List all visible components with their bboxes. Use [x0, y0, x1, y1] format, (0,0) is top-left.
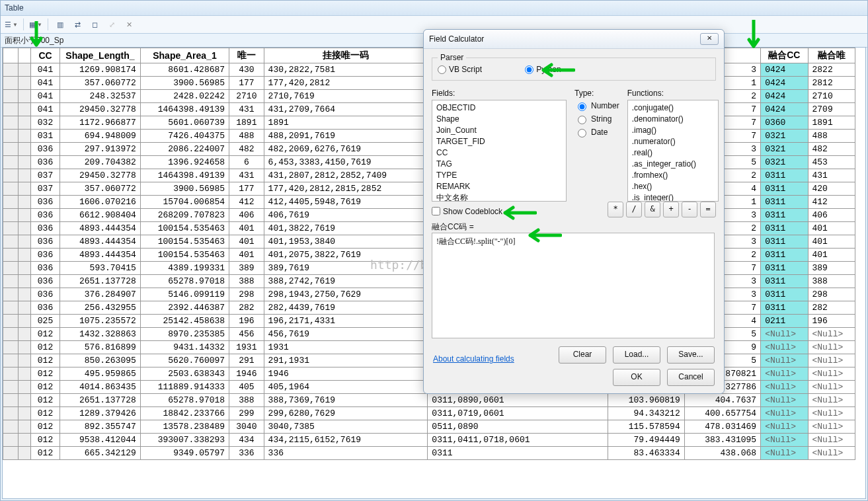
header-blank[interactable] — [19, 48, 31, 63]
row-selector[interactable] — [3, 367, 19, 381]
cell-sarea[interactable]: 1464398.49139 — [140, 103, 229, 116]
operator-*-button[interactable]: * — [608, 202, 623, 217]
cell-link[interactable]: 1946 — [264, 367, 428, 381]
cell-ronghe-only[interactable]: 488 — [808, 130, 855, 143]
delete-selected-button[interactable]: ✕ — [121, 17, 137, 32]
cell-link[interactable]: 406,7619 — [264, 209, 428, 222]
cell-link[interactable]: 431,2709,7664 — [264, 103, 428, 116]
cell-only[interactable]: 412 — [229, 196, 264, 209]
cell-sarea[interactable]: 9431.14332 — [140, 341, 229, 354]
row-selector[interactable] — [3, 420, 19, 434]
cell-cc[interactable]: 036 — [30, 143, 59, 156]
row-selector[interactable] — [3, 209, 19, 222]
type-number-radio[interactable]: Number — [574, 100, 619, 111]
type-string-radio[interactable]: String — [574, 114, 619, 124]
cell-slen[interactable]: 1289.379426 — [60, 407, 141, 420]
cell-c8[interactable]: 94.343212 — [608, 407, 684, 420]
cell-slen[interactable]: 1269.908174 — [60, 63, 141, 77]
cell-ronghe-only[interactable]: 482 — [808, 143, 855, 156]
cell-ronghe-only[interactable]: 412 — [808, 196, 855, 209]
cell-ronghe-only[interactable]: 2709 — [808, 103, 855, 116]
cell-sarea[interactable]: 65278.97018 — [140, 394, 229, 407]
cell-ronghe-only[interactable]: <Null> — [808, 328, 855, 341]
cell-cc[interactable]: 012 — [30, 381, 59, 394]
ok-button[interactable]: OK — [613, 369, 660, 386]
cell-ronghe-only[interactable]: <Null> — [808, 381, 855, 394]
cell-ronghe-cc[interactable]: 0424 — [761, 63, 808, 77]
cell-ronghe-only[interactable]: <Null> — [808, 434, 855, 447]
function-item[interactable]: .hex() — [632, 181, 714, 192]
cell-slen[interactable]: 1606.070216 — [60, 196, 141, 209]
cell-ronghe-only[interactable]: 298 — [808, 288, 855, 301]
cell-cc[interactable]: 041 — [30, 90, 59, 103]
cell-only[interactable]: 401 — [229, 249, 264, 262]
cell-link[interactable]: 6,453,3383,4150,7619 — [264, 156, 428, 169]
cell-ronghe-cc[interactable]: <Null> — [761, 420, 808, 434]
cell-slen[interactable]: 357.060772 — [60, 182, 141, 196]
cell-slen[interactable]: 665.342129 — [60, 447, 141, 460]
cell-cc[interactable]: 036 — [30, 156, 59, 169]
cell-slen[interactable]: 2651.137728 — [60, 275, 141, 288]
cell-ronghe-cc[interactable]: 0311 — [761, 288, 808, 301]
function-item[interactable]: .real() — [632, 147, 714, 159]
cell-c8[interactable]: 83.463334 — [608, 447, 684, 460]
cell-only[interactable]: 298 — [229, 288, 264, 301]
zoom-selection-button[interactable]: ⤢ — [104, 17, 120, 32]
save-button[interactable]: Save... — [667, 346, 715, 364]
cell-slen[interactable]: 256.432955 — [60, 301, 141, 315]
cell-slen[interactable]: 4893.444354 — [60, 235, 141, 249]
row-selector[interactable] — [3, 156, 19, 169]
cell-ronghe-only[interactable]: <Null> — [808, 341, 855, 354]
cell-only[interactable]: 196 — [229, 315, 264, 328]
cell-only[interactable]: 6 — [229, 156, 264, 169]
cell-slen[interactable]: 850.263095 — [60, 354, 141, 367]
field-item[interactable]: TAG — [436, 159, 562, 170]
row-selector[interactable] — [3, 354, 19, 367]
cell-link[interactable]: 291,1931 — [264, 354, 428, 367]
cell-ronghe-cc[interactable]: <Null> — [761, 381, 808, 394]
cell-cc[interactable]: 036 — [30, 196, 59, 209]
row-selector[interactable] — [3, 394, 19, 407]
cell-slen[interactable]: 357.060772 — [60, 77, 141, 90]
cell-sarea[interactable]: 393007.338293 — [140, 434, 229, 447]
cell-ronghe-only[interactable]: 401 — [808, 249, 855, 262]
table-row[interactable]: 012892.35574713578.23848930403040,738505… — [3, 420, 855, 434]
row-selector[interactable] — [3, 77, 19, 90]
row-selector[interactable] — [3, 63, 19, 77]
cell-ronghe-cc[interactable]: 0311 — [761, 182, 808, 196]
table-row[interactable]: 0129538.412044393007.338293434434,2115,6… — [3, 434, 855, 447]
cell-ronghe-only[interactable]: 401 — [808, 235, 855, 249]
row-selector[interactable] — [3, 262, 19, 275]
cell-ronghe-cc[interactable]: 0360 — [761, 116, 808, 130]
field-item[interactable]: CC — [436, 147, 562, 159]
operator---button[interactable]: - — [682, 202, 697, 217]
header-cc[interactable]: CC — [30, 48, 59, 63]
dialog-close-button[interactable]: ✕ — [700, 33, 719, 45]
cell-sarea[interactable]: 25142.458638 — [140, 315, 229, 328]
cell-link[interactable]: 456,7619 — [264, 328, 428, 341]
cell-ronghe-cc[interactable]: 0311 — [761, 169, 808, 182]
cell-cc[interactable]: 037 — [30, 182, 59, 196]
cell-ronghe-only[interactable]: <Null> — [808, 394, 855, 407]
cell-ronghe-only[interactable]: 282 — [808, 301, 855, 315]
cell-sarea[interactable]: 15704.006854 — [140, 196, 229, 209]
table-row[interactable]: 0122651.13772865278.97018388388,7369,761… — [3, 394, 855, 407]
dialog-titlebar[interactable]: Field Calculator ✕ — [424, 30, 724, 49]
cell-only[interactable]: 299 — [229, 407, 264, 420]
cell-link[interactable]: 177,420,2812 — [264, 77, 428, 90]
functions-listbox[interactable]: .conjugate().denominator().imag().numera… — [627, 100, 719, 202]
cell-cc[interactable]: 036 — [30, 249, 59, 262]
cell-slen[interactable]: 892.355747 — [60, 420, 141, 434]
cell-ronghe-only[interactable]: <Null> — [808, 367, 855, 381]
cell-link[interactable]: 1891 — [264, 116, 428, 130]
cell-cc[interactable]: 041 — [30, 77, 59, 90]
cell-ronghe-only[interactable]: 406 — [808, 209, 855, 222]
header-ronghe-cc[interactable]: 融合CC — [761, 48, 808, 63]
cell-link[interactable]: 282,4439,7619 — [264, 301, 428, 315]
cell-sarea[interactable]: 18842.233766 — [140, 407, 229, 420]
cell-ronghe-only[interactable]: 431 — [808, 169, 855, 182]
cell-link[interactable]: 336 — [264, 447, 428, 460]
cell-cc[interactable]: 036 — [30, 288, 59, 301]
field-item[interactable]: 中文名称 — [436, 192, 562, 202]
field-item[interactable]: Join_Count — [436, 125, 562, 136]
